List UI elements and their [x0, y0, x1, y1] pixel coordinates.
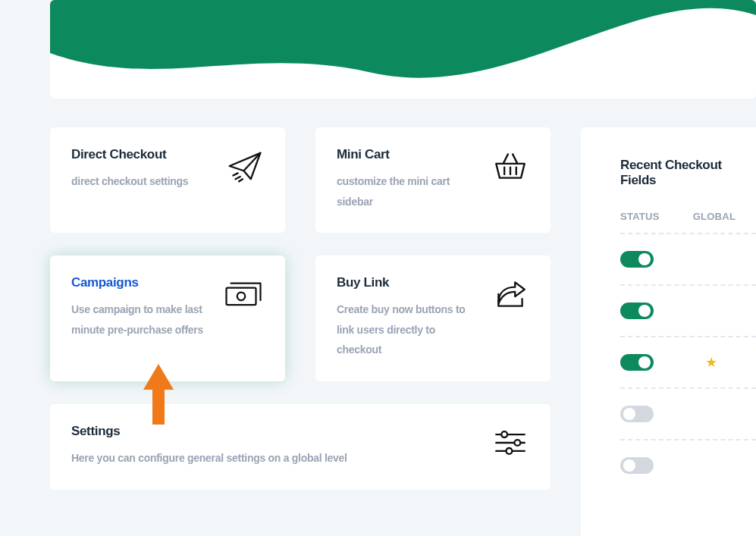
hero-banner — [50, 0, 756, 99]
money-icon — [223, 275, 264, 315]
paper-plane-icon — [226, 147, 264, 188]
card-direct-checkout[interactable]: Direct Checkout direct checkout settings — [50, 127, 285, 233]
field-row — [620, 387, 756, 439]
star-icon: ★ — [705, 354, 717, 371]
card-desc: Create buy now buttons to link users dir… — [337, 299, 481, 360]
card-desc: customize the mini cart sidebar — [337, 171, 481, 212]
card-title: Mini Cart — [337, 147, 481, 162]
svg-point-5 — [514, 440, 520, 446]
status-toggle[interactable] — [620, 457, 654, 474]
panel-column-headers: STATUS GLOBAL — [620, 211, 756, 230]
svg-point-1 — [237, 293, 246, 301]
col-global: GLOBAL — [693, 211, 736, 222]
card-title: Settings — [71, 424, 347, 439]
card-mini-cart[interactable]: Mini Cart customize the mini cart sideba… — [315, 127, 551, 233]
status-toggle[interactable] — [620, 251, 654, 268]
svg-point-7 — [507, 448, 513, 454]
card-settings[interactable]: Settings Here you can configure general … — [50, 404, 551, 490]
card-title: Direct Checkout — [71, 147, 188, 162]
svg-point-3 — [501, 431, 507, 437]
card-title: Campaigns — [71, 275, 215, 290]
cards-grid: Direct Checkout direct checkout settings… — [50, 127, 551, 512]
status-toggle[interactable] — [620, 302, 654, 319]
status-toggle[interactable] — [620, 354, 654, 371]
col-status: STATUS — [620, 211, 660, 222]
card-campaigns[interactable]: Campaigns Use campaign to make last minu… — [50, 255, 285, 381]
basket-icon — [491, 147, 529, 188]
field-row — [620, 233, 756, 284]
card-buy-link[interactable]: Buy Link Create buy now buttons to link … — [315, 255, 551, 381]
status-toggle[interactable] — [620, 406, 654, 422]
card-title: Buy Link — [337, 275, 481, 290]
card-desc: direct checkout settings — [71, 171, 188, 192]
field-row — [620, 284, 756, 336]
share-icon — [491, 275, 529, 316]
sliders-icon — [491, 424, 529, 465]
field-row — [620, 439, 756, 491]
svg-rect-0 — [227, 288, 256, 306]
card-desc: Use campaign to make last minute pre-pur… — [71, 299, 215, 340]
recent-checkout-fields-panel: Recent Checkout Fields STATUS GLOBAL ★ — [581, 127, 756, 536]
field-row: ★ — [620, 336, 756, 387]
panel-title: Recent Checkout Fields — [620, 158, 756, 188]
card-desc: Here you can configure general settings … — [71, 448, 347, 469]
